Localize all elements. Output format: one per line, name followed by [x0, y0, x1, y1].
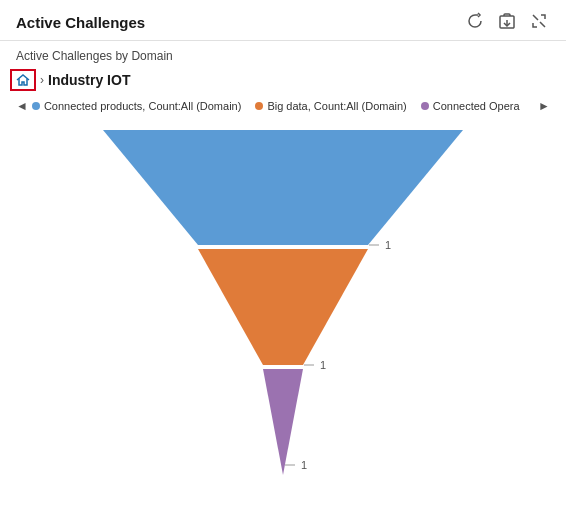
legend-row: ◄ Connected products, Count:All (Domain)… [0, 97, 566, 117]
tick-label-0: 1 [385, 239, 391, 251]
legend-nav-right[interactable]: ► [538, 99, 550, 113]
home-button[interactable] [10, 69, 36, 91]
legend-item-0: Connected products, Count:All (Domain) [32, 100, 241, 112]
funnel-segment-2[interactable] [263, 369, 303, 475]
legend-dot-0 [32, 102, 40, 110]
refresh-icon[interactable] [466, 12, 486, 32]
legend-item-1: Big data, Count:All (Domain) [255, 100, 406, 112]
breadcrumb-domain: Industry IOT [48, 72, 130, 88]
tick-label-2: 1 [301, 459, 307, 471]
header-icons [466, 12, 550, 32]
tick-label-1: 1 [320, 359, 326, 371]
chart-area: 1 1 1 [0, 117, 566, 487]
legend-label-1: Big data, Count:All (Domain) [267, 100, 406, 112]
expand-icon[interactable] [530, 12, 550, 32]
funnel-segment-1[interactable] [198, 249, 368, 365]
section-label: Active Challenges by Domain [0, 41, 566, 67]
header: Active Challenges [0, 0, 566, 41]
breadcrumb: › Industry IOT [0, 67, 566, 97]
legend-dot-1 [255, 102, 263, 110]
home-icon [16, 73, 30, 87]
legend-label-2: Connected Opera [433, 100, 520, 112]
legend-item-2: Connected Opera [421, 100, 520, 112]
export-icon[interactable] [498, 12, 518, 32]
legend-dot-2 [421, 102, 429, 110]
page-title: Active Challenges [16, 14, 145, 31]
legend-nav-left[interactable]: ◄ [16, 99, 28, 113]
legend-label-0: Connected products, Count:All (Domain) [44, 100, 241, 112]
breadcrumb-chevron: › [40, 73, 44, 87]
funnel-chart: 1 1 1 [73, 125, 493, 480]
funnel-segment-0[interactable] [103, 130, 463, 245]
